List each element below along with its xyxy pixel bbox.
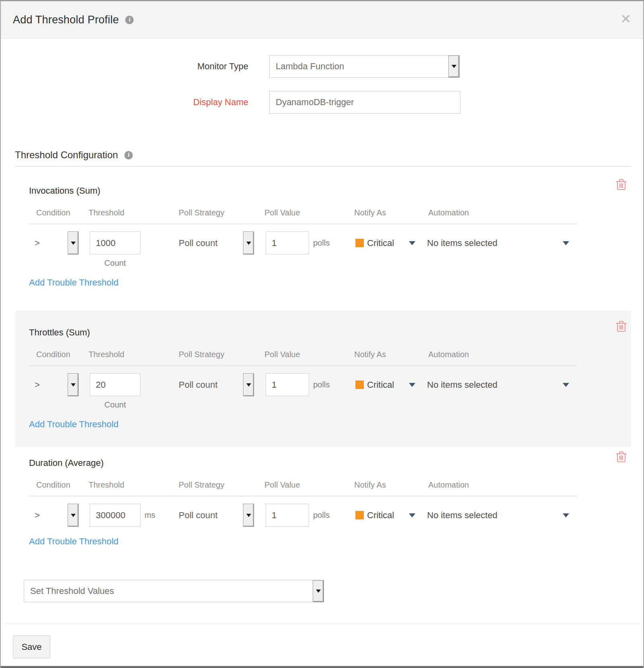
threshold-row: > Poll count polls Critical No items sel… — [29, 232, 577, 254]
automation-value[interactable]: No items selected — [427, 232, 497, 254]
column-header-notify-as: Notify As — [354, 480, 386, 490]
threshold-configuration-header: Threshold Configuration i — [15, 149, 133, 161]
column-header-poll-value: Poll Value — [264, 480, 300, 490]
divider — [29, 496, 577, 496]
divider — [15, 166, 631, 167]
save-button[interactable]: Save — [13, 635, 50, 658]
automation-value[interactable]: No items selected — [427, 504, 497, 527]
poll-strategy-select[interactable] — [243, 373, 254, 396]
chevron-down-icon[interactable] — [563, 513, 569, 517]
threshold-configuration-title: Threshold Configuration — [15, 149, 118, 161]
notify-as-value: Critical — [367, 373, 394, 396]
column-header-poll-strategy: Poll Strategy — [179, 480, 224, 490]
delete-metric-icon[interactable] — [616, 178, 627, 191]
column-header-condition: Condition — [36, 208, 70, 217]
dialog-header: Add Threshold Profile i ✕ — [1, 1, 643, 39]
monitor-type-value: Lambda Function — [270, 61, 448, 72]
critical-color-swatch — [355, 511, 364, 519]
chevron-down-icon[interactable] — [563, 241, 569, 245]
notify-as-value: Critical — [367, 232, 394, 254]
chevron-down-icon[interactable] — [448, 56, 459, 77]
condition-select[interactable] — [68, 504, 78, 527]
column-header-poll-value: Poll Value — [264, 208, 300, 217]
column-header-automation: Automation — [428, 208, 469, 217]
column-header-poll-strategy: Poll Strategy — [179, 350, 224, 359]
poll-unit-label: polls — [313, 504, 330, 527]
column-header-condition: Condition — [36, 480, 70, 490]
condition-select[interactable] — [68, 373, 78, 396]
chevron-down-icon[interactable] — [409, 513, 415, 517]
threshold-input[interactable] — [90, 232, 140, 254]
info-icon[interactable]: i — [125, 16, 134, 24]
display-name-input[interactable]: DyanamoDB-trigger — [269, 91, 460, 114]
set-threshold-values-select[interactable]: Set Threshold Values — [24, 580, 324, 602]
add-trouble-threshold-link[interactable]: Add Trouble Threshold — [29, 419, 118, 430]
close-icon[interactable]: ✕ — [620, 12, 631, 25]
critical-color-swatch — [355, 239, 364, 247]
divider — [29, 223, 577, 224]
monitor-type-label: Monitor Type — [15, 61, 248, 72]
critical-color-swatch — [355, 381, 364, 389]
condition-value: > — [35, 373, 40, 396]
metric-panel: Throttles (Sum) Condition Threshold Poll… — [15, 310, 631, 447]
add-trouble-threshold-link[interactable]: Add Trouble Threshold — [29, 536, 118, 547]
metric-name: Duration (Average) — [29, 458, 577, 468]
monitor-type-select[interactable]: Lambda Function — [269, 55, 460, 78]
poll-strategy-select[interactable] — [243, 504, 254, 527]
threshold-unit-label: Count — [90, 400, 140, 409]
column-header-row: Condition Threshold Poll Strategy Poll V… — [29, 480, 577, 491]
column-header-threshold: Threshold — [89, 480, 124, 490]
condition-value: > — [35, 504, 40, 527]
column-header-poll-strategy: Poll Strategy — [179, 208, 224, 217]
dialog-title: Add Threshold Profile — [13, 14, 119, 26]
column-header-threshold: Threshold — [89, 208, 124, 217]
metric-name: Invocations (Sum) — [29, 186, 577, 196]
add-threshold-profile-dialog: Add Threshold Profile i ✕ Monitor Type L… — [0, 0, 644, 668]
threshold-unit-inline: ms — [144, 504, 155, 527]
chevron-down-icon[interactable] — [409, 241, 415, 245]
poll-strategy-value: Poll count — [179, 373, 218, 396]
threshold-input[interactable] — [90, 373, 140, 396]
poll-unit-label: polls — [313, 232, 330, 254]
condition-select[interactable] — [68, 232, 78, 254]
info-icon[interactable]: i — [124, 151, 133, 159]
threshold-input[interactable] — [90, 504, 140, 527]
column-header-notify-as: Notify As — [354, 208, 386, 217]
chevron-down-icon[interactable] — [313, 580, 324, 602]
poll-unit-label: polls — [313, 373, 330, 396]
column-header-threshold: Threshold — [89, 350, 124, 359]
poll-strategy-value: Poll count — [179, 504, 218, 527]
delete-metric-icon[interactable] — [616, 320, 627, 333]
column-header-poll-value: Poll Value — [264, 350, 300, 359]
poll-value-input[interactable] — [266, 373, 309, 396]
condition-value: > — [35, 232, 40, 254]
divider — [29, 365, 577, 366]
threshold-unit-label: Count — [90, 259, 140, 268]
column-header-automation: Automation — [428, 350, 469, 359]
poll-strategy-select[interactable] — [243, 232, 254, 254]
threshold-row: > ms Poll count polls Critical No items … — [29, 504, 577, 527]
poll-value-input[interactable] — [266, 232, 309, 254]
window-bottom-edge — [1, 666, 643, 668]
column-header-condition: Condition — [36, 350, 70, 359]
threshold-row: > Poll count polls Critical No items sel… — [29, 373, 577, 396]
column-header-notify-as: Notify As — [354, 350, 386, 359]
notify-as-value: Critical — [367, 504, 394, 527]
set-threshold-values-value: Set Threshold Values — [24, 586, 313, 596]
automation-value[interactable]: No items selected — [427, 373, 497, 396]
column-header-row: Condition Threshold Poll Strategy Poll V… — [29, 208, 577, 219]
chevron-down-icon[interactable] — [563, 383, 569, 387]
column-header-automation: Automation — [428, 480, 469, 490]
poll-strategy-value: Poll count — [179, 232, 218, 254]
chevron-down-icon[interactable] — [409, 383, 415, 387]
display-name-label: Display Name — [15, 97, 248, 108]
display-name-value: DyanamoDB-trigger — [270, 97, 460, 108]
delete-metric-icon[interactable] — [616, 451, 627, 463]
metric-name: Throttles (Sum) — [29, 327, 577, 338]
poll-value-input[interactable] — [266, 504, 309, 527]
column-header-row: Condition Threshold Poll Strategy Poll V… — [29, 350, 577, 360]
add-trouble-threshold-link[interactable]: Add Trouble Threshold — [29, 277, 118, 288]
footer-divider — [4, 624, 642, 624]
